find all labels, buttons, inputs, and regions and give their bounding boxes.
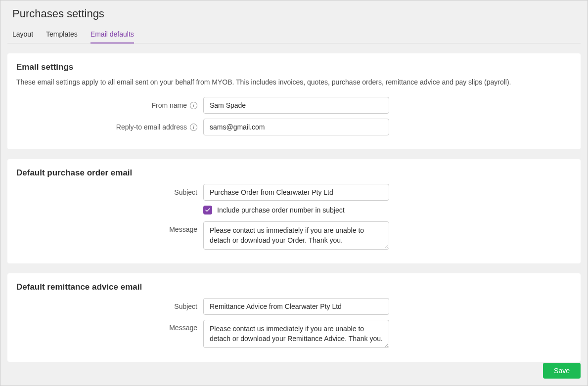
page-title: Purchases settings bbox=[7, 7, 581, 20]
include-po-number-label: Include purchase order number in subject bbox=[217, 206, 345, 214]
subject-label: Subject bbox=[174, 188, 197, 196]
message-label: Message bbox=[169, 225, 197, 233]
reply-to-label: Reply-to email address bbox=[116, 123, 187, 131]
purchase-order-card: Default purchase order email Subject Inc… bbox=[7, 159, 581, 263]
email-settings-title: Email settings bbox=[16, 62, 572, 72]
remittance-subject-input[interactable] bbox=[203, 298, 389, 315]
info-icon[interactable]: i bbox=[190, 124, 197, 131]
checkmark-icon bbox=[205, 207, 211, 213]
remittance-card: Default remittance advice email Subject … bbox=[7, 273, 581, 362]
subject-label: Subject bbox=[174, 302, 197, 310]
from-name-input[interactable] bbox=[203, 97, 389, 114]
po-message-textarea[interactable]: Please contact us immediately if you are… bbox=[203, 221, 389, 250]
remittance-message-textarea[interactable]: Please contact us immediately if you are… bbox=[203, 320, 389, 348]
po-subject-input[interactable] bbox=[203, 184, 389, 201]
email-settings-card: Email settings These email settings appl… bbox=[7, 53, 581, 149]
purchase-order-title: Default purchase order email bbox=[16, 168, 572, 178]
reply-to-input[interactable] bbox=[203, 119, 389, 135]
from-name-label: From name bbox=[151, 101, 187, 109]
tabs: Layout Templates Email defaults bbox=[7, 27, 581, 43]
tab-layout[interactable]: Layout bbox=[12, 27, 33, 43]
info-icon[interactable]: i bbox=[190, 102, 197, 109]
include-po-number-checkbox[interactable] bbox=[203, 206, 212, 214]
save-button[interactable]: Save bbox=[543, 363, 581, 379]
remittance-title: Default remittance advice email bbox=[16, 282, 572, 292]
tab-templates[interactable]: Templates bbox=[46, 27, 78, 43]
tab-email-defaults[interactable]: Email defaults bbox=[90, 27, 134, 43]
message-label: Message bbox=[169, 324, 197, 332]
email-settings-description: These email settings apply to all email … bbox=[16, 78, 572, 86]
